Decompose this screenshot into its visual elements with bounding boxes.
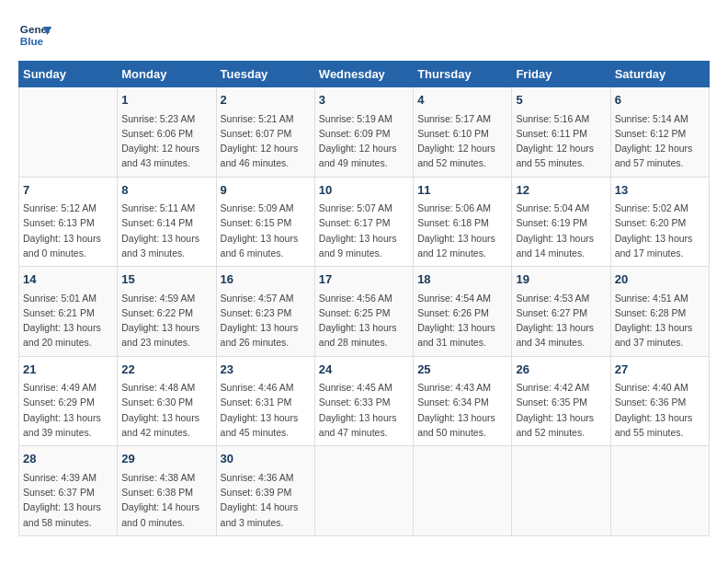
calendar-cell: 7Sunrise: 5:12 AM Sunset: 6:13 PM Daylig…: [19, 177, 118, 267]
calendar-cell: 30Sunrise: 4:36 AM Sunset: 6:39 PM Dayli…: [216, 446, 314, 536]
day-number: 6: [615, 91, 705, 109]
cell-content: Sunrise: 4:36 AM Sunset: 6:39 PM Dayligh…: [221, 470, 311, 530]
col-header-friday: Friday: [512, 62, 610, 87]
day-number: 4: [417, 91, 507, 109]
cell-content: Sunrise: 4:57 AM Sunset: 6:23 PM Dayligh…: [221, 291, 311, 350]
cell-content: Sunrise: 4:40 AM Sunset: 6:36 PM Dayligh…: [615, 380, 705, 440]
day-number: 23: [221, 361, 311, 379]
col-header-monday: Monday: [118, 62, 216, 87]
svg-text:Blue: Blue: [20, 35, 44, 47]
cell-content: Sunrise: 4:59 AM Sunset: 6:22 PM Dayligh…: [121, 291, 211, 350]
calendar-cell: 18Sunrise: 4:54 AM Sunset: 6:26 PM Dayli…: [414, 267, 512, 357]
day-number: 9: [221, 181, 311, 200]
day-number: 17: [319, 270, 409, 289]
calendar-cell: 22Sunrise: 4:48 AM Sunset: 6:30 PM Dayli…: [118, 356, 216, 446]
week-row-5: 28Sunrise: 4:39 AM Sunset: 6:37 PM Dayli…: [19, 446, 710, 536]
cell-content: Sunrise: 5:14 AM Sunset: 6:12 PM Dayligh…: [615, 111, 705, 171]
calendar-cell: 11Sunrise: 5:06 AM Sunset: 6:18 PM Dayli…: [414, 177, 512, 267]
col-header-wednesday: Wednesday: [314, 62, 413, 87]
logo: General Blue: [18, 18, 55, 52]
week-row-4: 21Sunrise: 4:49 AM Sunset: 6:29 PM Dayli…: [19, 356, 710, 446]
day-number: 27: [615, 361, 705, 379]
cell-content: Sunrise: 4:46 AM Sunset: 6:31 PM Dayligh…: [221, 380, 311, 440]
day-number: 21: [23, 361, 113, 379]
calendar-cell: 16Sunrise: 4:57 AM Sunset: 6:23 PM Dayli…: [216, 267, 314, 357]
col-header-saturday: Saturday: [610, 62, 709, 87]
cell-content: Sunrise: 4:38 AM Sunset: 6:38 PM Dayligh…: [121, 470, 211, 530]
day-number: 3: [319, 91, 409, 109]
calendar-cell: 19Sunrise: 4:53 AM Sunset: 6:27 PM Dayli…: [512, 267, 610, 357]
calendar-cell: [610, 446, 709, 536]
calendar-cell: 12Sunrise: 5:04 AM Sunset: 6:19 PM Dayli…: [512, 177, 610, 267]
day-number: 20: [615, 270, 705, 289]
calendar-cell: [512, 446, 610, 536]
day-number: 10: [319, 181, 409, 200]
day-number: 12: [516, 181, 606, 200]
day-number: 30: [221, 450, 311, 468]
calendar-body: 1Sunrise: 5:23 AM Sunset: 6:06 PM Daylig…: [19, 87, 710, 536]
calendar-cell: 6Sunrise: 5:14 AM Sunset: 6:12 PM Daylig…: [610, 87, 709, 178]
week-row-1: 1Sunrise: 5:23 AM Sunset: 6:06 PM Daylig…: [19, 87, 710, 178]
calendar-cell: 27Sunrise: 4:40 AM Sunset: 6:36 PM Dayli…: [610, 356, 709, 446]
day-number: 14: [23, 270, 113, 289]
calendar-cell: 5Sunrise: 5:16 AM Sunset: 6:11 PM Daylig…: [512, 87, 610, 178]
calendar-cell: 14Sunrise: 5:01 AM Sunset: 6:21 PM Dayli…: [19, 267, 118, 357]
cell-content: Sunrise: 5:06 AM Sunset: 6:18 PM Dayligh…: [417, 201, 507, 260]
calendar-cell: 28Sunrise: 4:39 AM Sunset: 6:37 PM Dayli…: [19, 446, 118, 536]
cell-content: Sunrise: 5:19 AM Sunset: 6:09 PM Dayligh…: [319, 111, 409, 171]
cell-content: Sunrise: 5:16 AM Sunset: 6:11 PM Dayligh…: [516, 111, 606, 171]
calendar-cell: 17Sunrise: 4:56 AM Sunset: 6:25 PM Dayli…: [314, 267, 413, 357]
calendar-cell: 23Sunrise: 4:46 AM Sunset: 6:31 PM Dayli…: [216, 356, 314, 446]
header-row: SundayMondayTuesdayWednesdayThursdayFrid…: [19, 62, 710, 87]
logo-icon: General Blue: [18, 18, 51, 52]
day-number: 25: [417, 361, 507, 379]
day-number: 19: [516, 270, 606, 289]
calendar-cell: 1Sunrise: 5:23 AM Sunset: 6:06 PM Daylig…: [118, 87, 216, 178]
week-row-2: 7Sunrise: 5:12 AM Sunset: 6:13 PM Daylig…: [19, 177, 710, 267]
cell-content: Sunrise: 4:51 AM Sunset: 6:28 PM Dayligh…: [615, 291, 705, 350]
cell-content: Sunrise: 5:02 AM Sunset: 6:20 PM Dayligh…: [615, 201, 705, 260]
calendar-cell: 21Sunrise: 4:49 AM Sunset: 6:29 PM Dayli…: [19, 356, 118, 446]
calendar-cell: 9Sunrise: 5:09 AM Sunset: 6:15 PM Daylig…: [216, 177, 314, 267]
calendar-cell: 2Sunrise: 5:21 AM Sunset: 6:07 PM Daylig…: [216, 87, 314, 178]
day-number: 24: [319, 361, 409, 379]
day-number: 28: [23, 450, 113, 468]
day-number: 15: [121, 270, 211, 289]
cell-content: Sunrise: 5:07 AM Sunset: 6:17 PM Dayligh…: [319, 201, 409, 260]
calendar-cell: [314, 446, 413, 536]
day-number: 13: [615, 181, 705, 200]
cell-content: Sunrise: 5:01 AM Sunset: 6:21 PM Dayligh…: [23, 291, 113, 350]
day-number: 1: [121, 91, 211, 109]
cell-content: Sunrise: 5:12 AM Sunset: 6:13 PM Dayligh…: [23, 201, 113, 260]
day-number: 7: [23, 181, 113, 200]
cell-content: Sunrise: 4:45 AM Sunset: 6:33 PM Dayligh…: [319, 380, 409, 440]
calendar-cell: 8Sunrise: 5:11 AM Sunset: 6:14 PM Daylig…: [118, 177, 216, 267]
cell-content: Sunrise: 4:49 AM Sunset: 6:29 PM Dayligh…: [23, 380, 113, 440]
cell-content: Sunrise: 5:23 AM Sunset: 6:06 PM Dayligh…: [121, 111, 211, 171]
calendar-cell: 10Sunrise: 5:07 AM Sunset: 6:17 PM Dayli…: [314, 177, 413, 267]
calendar-header: SundayMondayTuesdayWednesdayThursdayFrid…: [19, 62, 710, 87]
calendar-cell: [414, 446, 512, 536]
day-number: 16: [221, 270, 311, 289]
day-number: 26: [516, 361, 606, 379]
col-header-tuesday: Tuesday: [216, 62, 314, 87]
day-number: 8: [121, 181, 211, 200]
cell-content: Sunrise: 4:42 AM Sunset: 6:35 PM Dayligh…: [516, 380, 606, 440]
calendar-table: SundayMondayTuesdayWednesdayThursdayFrid…: [18, 61, 710, 536]
calendar-cell: 26Sunrise: 4:42 AM Sunset: 6:35 PM Dayli…: [512, 356, 610, 446]
calendar-cell: 29Sunrise: 4:38 AM Sunset: 6:38 PM Dayli…: [118, 446, 216, 536]
cell-content: Sunrise: 5:09 AM Sunset: 6:15 PM Dayligh…: [221, 201, 311, 260]
cell-content: Sunrise: 5:17 AM Sunset: 6:10 PM Dayligh…: [417, 111, 507, 171]
col-header-thursday: Thursday: [414, 62, 512, 87]
cell-content: Sunrise: 4:53 AM Sunset: 6:27 PM Dayligh…: [516, 291, 606, 350]
cell-content: Sunrise: 4:43 AM Sunset: 6:34 PM Dayligh…: [417, 380, 507, 440]
day-number: 22: [121, 361, 211, 379]
cell-content: Sunrise: 4:48 AM Sunset: 6:30 PM Dayligh…: [121, 380, 211, 440]
calendar-cell: [19, 87, 118, 178]
calendar-cell: 15Sunrise: 4:59 AM Sunset: 6:22 PM Dayli…: [118, 267, 216, 357]
calendar-cell: 25Sunrise: 4:43 AM Sunset: 6:34 PM Dayli…: [414, 356, 512, 446]
calendar-cell: 4Sunrise: 5:17 AM Sunset: 6:10 PM Daylig…: [414, 87, 512, 178]
week-row-3: 14Sunrise: 5:01 AM Sunset: 6:21 PM Dayli…: [19, 267, 710, 357]
calendar-cell: 13Sunrise: 5:02 AM Sunset: 6:20 PM Dayli…: [610, 177, 709, 267]
cell-content: Sunrise: 5:04 AM Sunset: 6:19 PM Dayligh…: [516, 201, 606, 260]
